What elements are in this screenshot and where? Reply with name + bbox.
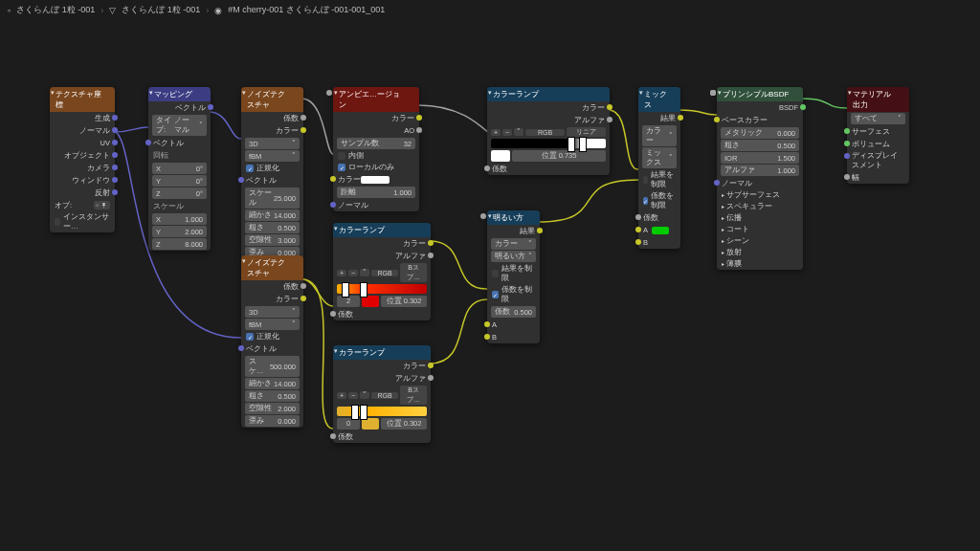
type-dropdown[interactable]: fBM [245, 150, 300, 162]
node-ambient-occlusion[interactable]: アンビエ…ージョン カラー AO サンプル数32 内側 ✓ローカルのみ カラー … [333, 87, 419, 211]
lac-field[interactable]: 空隙性3.000 [245, 234, 300, 246]
in-normal[interactable]: ノーマル [717, 177, 803, 189]
instancer-check[interactable]: インスタンサー… [50, 211, 115, 232]
node-noise-texture-1[interactable]: ノイズテクスチャ 係数 カラー 3D fBM ✓正規化 ベクトル スケール25.… [241, 87, 303, 259]
out-fac[interactable]: 係数 [241, 112, 303, 124]
lac-field[interactable]: 空隙性2.000 [245, 403, 300, 414]
sub-thinfilm[interactable]: 薄膜 [717, 258, 803, 270]
ramp-pos[interactable]: 位置 0.735 [491, 150, 606, 162]
rough-field[interactable]: 粗さ0.500 [245, 390, 300, 402]
out-normal[interactable]: ノーマル [50, 124, 115, 137]
in-vector[interactable]: ベクトル [241, 342, 303, 355]
out-result[interactable]: 結果 [638, 112, 680, 124]
ramp-gradient[interactable] [491, 139, 606, 148]
node-noise-texture-2[interactable]: ノイズテクスチャ 係数 カラー 3D fBM ✓正規化 ベクトル スケ…500.… [241, 255, 303, 428]
in-fac[interactable]: 係数 [333, 430, 431, 443]
normalize-check[interactable]: ✓正規化 [241, 163, 303, 174]
samples-field[interactable]: サンプル数32 [337, 138, 415, 149]
out-color[interactable]: カラー [241, 293, 303, 305]
in-vector[interactable]: ベクトル [241, 174, 303, 187]
out-color[interactable]: カラー [333, 237, 431, 250]
ramp-controls[interactable]: +−˅RGBBスプ… [337, 263, 427, 282]
scale-field[interactable]: スケ…500.000 [245, 356, 300, 377]
metallic-field[interactable]: メタリック0.000 [721, 127, 799, 139]
node-editor-canvas[interactable]: テクスチャ座標 生成 ノーマル UV オブジェクト カメラ ウィンドウ 反射 オ… [0, 17, 980, 551]
scale-field[interactable]: スケール25.000 [245, 187, 300, 209]
out-generated[interactable]: 生成 [50, 112, 115, 124]
sub-coat[interactable]: コート [717, 224, 803, 235]
node-mapping[interactable]: マッピング ベクトル タイプ:ノーマル ベクトル 回転 X0° Y0° Z0° … [148, 87, 211, 251]
scale-x[interactable]: X1.000 [152, 213, 207, 225]
out-uv[interactable]: UV [50, 137, 115, 149]
node-title[interactable]: マッピング [148, 87, 211, 101]
node-title[interactable]: カラーランプ [333, 345, 431, 360]
clamp-result-check[interactable]: 結果を制限 [487, 263, 540, 284]
out-bsdf[interactable]: BSDF [717, 101, 803, 114]
out-window[interactable]: ウィンドウ [50, 174, 115, 187]
in-a[interactable]: A [638, 224, 680, 236]
object-picker[interactable]: オブ:▫ 🖈 [50, 199, 115, 211]
blend-dropdown[interactable]: ミックス [642, 147, 677, 168]
out-object[interactable]: オブジェクト [50, 149, 115, 162]
alpha-field[interactable]: アルファ1.000 [721, 165, 799, 176]
in-fac[interactable]: 係数 [333, 308, 431, 320]
ramp-controls[interactable]: +−˅RGBBスプ… [337, 386, 427, 405]
sub-transmission[interactable]: 伝播 [717, 212, 803, 224]
out-alpha[interactable]: アルファ [333, 250, 431, 262]
crumb-3[interactable]: #M cherry-001 さくらんぼ -001-001_001 [228, 4, 385, 16]
fac-field[interactable]: 係数0.500 [491, 306, 536, 318]
type-dropdown[interactable]: カラー [491, 238, 536, 250]
out-vector[interactable]: ベクトル [148, 101, 211, 114]
in-volume[interactable]: ボリューム [847, 138, 909, 150]
crumb-2[interactable]: さくらんぼ 1粒 -001 [122, 4, 200, 16]
type-dropdown[interactable]: fBM [245, 319, 300, 330]
in-color[interactable]: カラー [333, 173, 419, 186]
dist-field[interactable]: 歪み0.000 [245, 415, 300, 427]
rough-field[interactable]: 粗さ0.500 [721, 140, 799, 151]
out-ao[interactable]: AO [333, 124, 419, 137]
in-base-color[interactable]: ベースカラー [717, 114, 803, 126]
in-fac[interactable]: 係数 [487, 163, 610, 175]
ramp-controls[interactable]: +−˅RGBリニア [491, 127, 606, 137]
node-principled-bsdf[interactable]: プリンシプルBSDF BSDF ベースカラー メタリック0.000 粗さ0.50… [717, 87, 803, 270]
normalize-check[interactable]: ✓正規化 [241, 331, 303, 342]
ramp-gradient[interactable] [337, 284, 427, 294]
sub-emission[interactable]: 放射 [717, 247, 803, 258]
inside-check[interactable]: 内側 [333, 150, 419, 162]
node-mix-lighter[interactable]: 明るい方 結果 カラー 明るい方 結果を制限 ✓係数を制限 係数0.500 A … [487, 210, 540, 343]
node-title[interactable]: ノイズテクスチャ [241, 87, 303, 112]
sub-specular[interactable]: スペキュラー [717, 201, 803, 212]
ramp-pos[interactable]: 2位置 0.302 [337, 296, 427, 307]
clamp-factor-check[interactable]: ✓係数を制限 [487, 284, 540, 305]
node-title[interactable]: マテリアル出力 [847, 87, 909, 112]
in-normal[interactable]: ノーマル [333, 199, 419, 211]
node-title[interactable]: アンビエ…ージョン [333, 87, 419, 112]
scale-y[interactable]: Y2.000 [152, 226, 207, 237]
node-title[interactable]: テクスチャ座標 [50, 87, 115, 112]
clamp-factor-check[interactable]: ✓係数を制限 [638, 190, 680, 211]
blend-dropdown[interactable]: 明るい方 [491, 251, 536, 262]
rot-x[interactable]: X0° [152, 163, 207, 174]
dim-dropdown[interactable]: 3D [245, 306, 300, 318]
node-title[interactable]: プリンシプルBSDF [717, 87, 803, 101]
in-a[interactable]: A [487, 319, 540, 331]
in-displacement[interactable]: ディスプレイスメント [847, 150, 909, 171]
clamp-result-check[interactable]: 結果を制限 [638, 169, 680, 190]
out-color[interactable]: カラー [487, 101, 610, 114]
rot-z[interactable]: Z0° [152, 187, 207, 199]
out-alpha[interactable]: アルファ [333, 372, 431, 385]
node-title[interactable]: 明るい方 [487, 210, 540, 225]
sub-subsurface[interactable]: サブサーフェス [717, 189, 803, 201]
out-color[interactable]: カラー [241, 124, 303, 137]
out-fac[interactable]: 係数 [241, 280, 303, 293]
detail-field[interactable]: 細かさ14.000 [245, 378, 300, 389]
in-fac[interactable]: 係数 [638, 211, 680, 224]
out-result[interactable]: 結果 [487, 225, 540, 237]
node-title[interactable]: ノイズテクスチャ [241, 255, 303, 280]
node-title[interactable]: カラーランプ [333, 223, 431, 237]
node-texture-coordinate[interactable]: テクスチャ座標 生成 ノーマル UV オブジェクト カメラ ウィンドウ 反射 オ… [50, 87, 115, 232]
rot-y[interactable]: Y0° [152, 175, 207, 187]
in-surface[interactable]: サーフェス [847, 125, 909, 138]
sub-sheen[interactable]: シーン [717, 235, 803, 247]
out-alpha[interactable]: アルファ [487, 114, 610, 126]
